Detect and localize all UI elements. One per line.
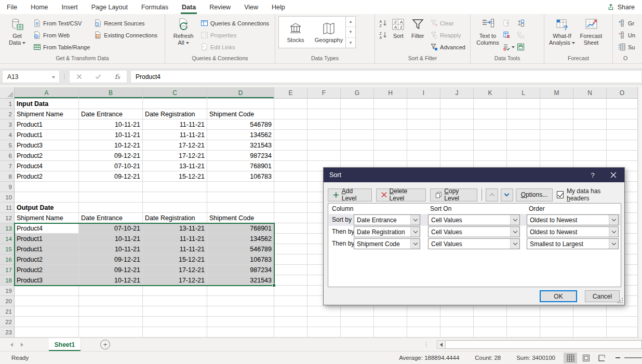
dialog-close-button[interactable] xyxy=(603,168,624,182)
cell-K23[interactable] xyxy=(474,327,507,338)
move-level-down-button[interactable] xyxy=(501,188,513,201)
gallery-more-button[interactable]: ▼ xyxy=(346,38,355,48)
cell-O3[interactable] xyxy=(607,119,638,130)
move-level-up-button[interactable] xyxy=(486,188,498,201)
sort-dialog-titlebar[interactable]: Sort ? xyxy=(324,168,624,182)
cell-G21[interactable] xyxy=(341,306,374,317)
forecast-sheet-button[interactable]: Forecast Sheet xyxy=(577,16,606,46)
column-header-I[interactable]: I xyxy=(407,87,440,99)
level1-order-dropdown[interactable]: Oldest to Newest xyxy=(527,214,619,225)
stocks-button[interactable]: Stocks xyxy=(279,17,312,48)
zoom-slider[interactable] xyxy=(624,357,642,358)
geography-button[interactable]: Geography xyxy=(312,17,345,48)
ribbon-tab-help[interactable]: Help xyxy=(265,0,292,14)
cell-J21[interactable] xyxy=(440,306,474,317)
cell-D23[interactable] xyxy=(207,327,274,338)
cell-E11[interactable] xyxy=(274,203,307,213)
ribbon-tab-review[interactable]: Review xyxy=(203,0,237,14)
row-header-6[interactable]: 6 xyxy=(0,151,15,161)
cell-O1[interactable] xyxy=(607,99,638,109)
cell-D22[interactable] xyxy=(207,317,274,327)
cell-E6[interactable] xyxy=(274,151,307,161)
cell-O4[interactable] xyxy=(607,130,638,140)
refresh-all-button[interactable]: Refresh All xyxy=(168,16,198,46)
column-header-J[interactable]: J xyxy=(440,87,474,99)
text-to-columns-button[interactable]: Text to Columns xyxy=(474,16,502,46)
cell-C15[interactable]: 11-11-21 xyxy=(143,244,207,254)
cell-N2[interactable] xyxy=(573,109,607,119)
filter-button[interactable]: Filter xyxy=(409,16,427,39)
ungroup-button[interactable]: Un xyxy=(616,29,637,41)
ok-button[interactable]: OK xyxy=(540,290,577,302)
cell-A19[interactable] xyxy=(15,286,79,296)
cell-M23[interactable] xyxy=(540,327,573,338)
cell-M3[interactable] xyxy=(540,119,573,130)
cancel-button[interactable]: Cancel xyxy=(585,290,620,302)
reapply-filter-button[interactable]: Reapply xyxy=(428,29,467,41)
column-header-L[interactable]: L xyxy=(507,87,540,99)
cancel-entry-icon[interactable] xyxy=(76,74,82,79)
cell-A15[interactable]: Product1 xyxy=(15,244,79,254)
cell-L6[interactable] xyxy=(507,151,540,161)
cell-G23[interactable] xyxy=(341,327,374,338)
cell-I6[interactable] xyxy=(407,151,440,161)
cell-E8[interactable] xyxy=(274,171,307,182)
cell-H1[interactable] xyxy=(374,99,407,109)
cell-B9[interactable] xyxy=(79,182,143,192)
cell-M6[interactable] xyxy=(540,151,573,161)
cell-A22[interactable] xyxy=(15,317,79,327)
page-layout-view-button[interactable] xyxy=(579,353,593,363)
row-header-23[interactable]: 23 xyxy=(0,327,15,338)
row-header-11[interactable]: 11 xyxy=(0,203,15,213)
dialog-help-button[interactable]: ? xyxy=(583,171,603,179)
row-header-19[interactable]: 19 xyxy=(0,286,15,296)
cell-E9[interactable] xyxy=(274,182,307,192)
row-header-8[interactable]: 8 xyxy=(0,171,15,182)
vertical-scrollbar[interactable] xyxy=(638,87,642,338)
cell-B14[interactable]: 10-11-21 xyxy=(79,234,143,244)
cell-C22[interactable] xyxy=(143,317,207,327)
cell-D16[interactable]: 106783 xyxy=(207,254,274,265)
cell-G4[interactable] xyxy=(341,130,374,140)
column-header-D[interactable]: D xyxy=(207,87,274,99)
cell-A23[interactable] xyxy=(15,327,79,338)
cell-C2[interactable]: Date Registration xyxy=(143,109,207,119)
cell-C8[interactable]: 15-12-21 xyxy=(143,171,207,182)
cell-K2[interactable] xyxy=(474,109,507,119)
level2-order-dropdown[interactable]: Oldest to Newest xyxy=(527,226,619,237)
sheet-nav-prev-button[interactable] xyxy=(6,338,17,351)
cell-D15[interactable]: 546789 xyxy=(207,244,274,254)
cell-F23[interactable] xyxy=(307,327,341,338)
cell-B5[interactable]: 10-12-21 xyxy=(79,140,143,151)
zoom-out-button[interactable] xyxy=(616,357,620,358)
cell-C13[interactable]: 13-11-21 xyxy=(143,223,207,234)
cell-B23[interactable] xyxy=(79,327,143,338)
cell-D11[interactable] xyxy=(207,203,274,213)
remove-duplicates-button[interactable] xyxy=(502,29,516,41)
cell-N1[interactable] xyxy=(573,99,607,109)
new-sheet-button[interactable]: + xyxy=(100,340,110,349)
my-data-has-headers[interactable]: My data has headers xyxy=(557,187,619,202)
cell-D13[interactable]: 768901 xyxy=(207,223,274,234)
clear-filter-button[interactable]: Clear xyxy=(428,17,467,29)
gallery-down-button[interactable]: ▼ xyxy=(346,27,355,37)
cell-C14[interactable]: 11-11-21 xyxy=(143,234,207,244)
cell-B3[interactable]: 10-11-21 xyxy=(79,119,143,130)
cell-J22[interactable] xyxy=(440,317,474,327)
row-header-14[interactable]: 14 xyxy=(0,234,15,244)
cell-N22[interactable] xyxy=(573,317,607,327)
cell-N21[interactable] xyxy=(573,306,607,317)
cell-M2[interactable] xyxy=(540,109,573,119)
cell-K6[interactable] xyxy=(474,151,507,161)
cell-A11[interactable]: Output Date xyxy=(15,203,79,213)
cell-M21[interactable] xyxy=(540,306,573,317)
cell-F2[interactable] xyxy=(307,109,341,119)
cell-E2[interactable] xyxy=(274,109,307,119)
gallery-up-button[interactable]: ▲ xyxy=(346,17,355,27)
relationships-button[interactable] xyxy=(516,29,526,41)
cell-E21[interactable] xyxy=(274,306,307,317)
cell-B2[interactable]: Date Entrance xyxy=(79,109,143,119)
cell-B16[interactable]: 09-12-21 xyxy=(79,254,143,265)
row-header-20[interactable]: 20 xyxy=(0,296,15,306)
cell-A17[interactable]: Product2 xyxy=(15,265,79,275)
